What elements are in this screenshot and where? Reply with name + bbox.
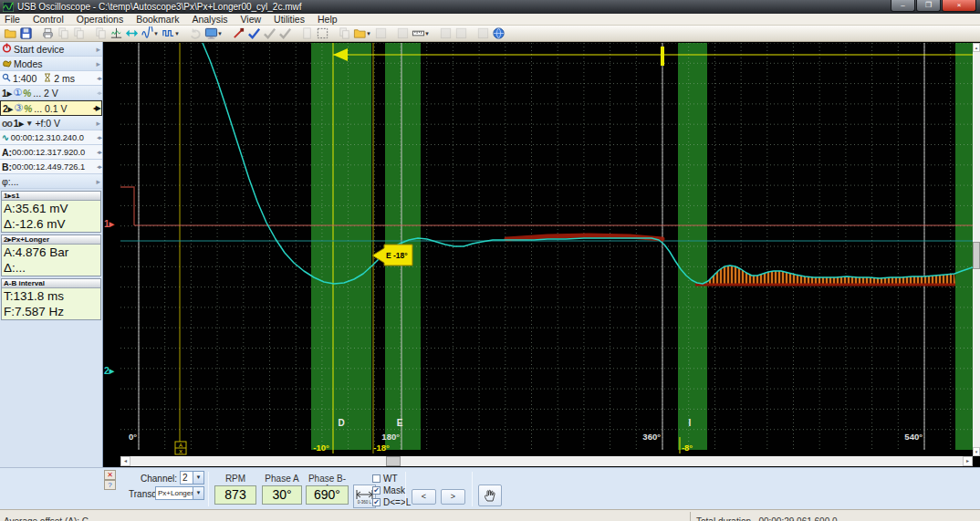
measure-grid-icon[interactable] — [109, 26, 124, 41]
smooth-signal-dropdown-icon[interactable]: ▼ — [153, 31, 160, 36]
scroll-thumb[interactable] — [973, 242, 980, 269]
open-file-icon[interactable] — [3, 26, 18, 41]
spinner-arrows-icon[interactable]: ◂▸ — [97, 75, 101, 82]
measure-value: Δ:... — [2, 260, 100, 276]
paste-record-icon — [71, 26, 87, 41]
spinner-arrows-icon[interactable]: ◂▶ — [93, 104, 100, 112]
export-record-icon — [93, 26, 109, 41]
script-folder-dropdown-icon[interactable]: ▼ — [366, 31, 372, 36]
timebase-value: 2 ms — [54, 73, 75, 84]
title-bar[interactable]: USB Oscilloscope - C:\temp\Autoscope3\Px… — [0, 0, 980, 14]
scale-presets-dropdown-icon[interactable]: ▼ — [424, 31, 431, 36]
measure-panel-s1: 1▸s1 A:35.61 mV Δ:-12.6 mV — [1, 191, 101, 233]
probe-tool-icon[interactable] — [231, 26, 246, 41]
chevron-down-icon[interactable]: ▼ — [193, 486, 204, 500]
ch1-number: 1▸ — [2, 88, 12, 99]
display-mode-dropdown-icon[interactable]: ▼ — [217, 31, 224, 36]
sidebar-modes[interactable]: Modes ▸ — [0, 57, 102, 71]
transducer-select[interactable]: Px+Longer ▼ — [155, 486, 204, 500]
print-icon[interactable] — [40, 26, 56, 41]
zoom-value: 1:400 — [13, 73, 36, 84]
spinner-arrows-icon[interactable]: ◂▸ — [97, 89, 101, 97]
prev-cycle-button[interactable]: < — [412, 489, 436, 505]
menu-operations[interactable]: Operations — [77, 14, 123, 25]
checkbox-icon[interactable] — [372, 474, 381, 483]
transducer-value: Px+Longer — [155, 486, 193, 500]
spinner-arrows-icon[interactable]: ◂▸ — [97, 149, 101, 156]
spinner-arrows-icon[interactable]: ◂▸ — [97, 134, 101, 141]
checkbox-icon[interactable]: ✔ — [372, 486, 381, 495]
channel-label: Channel: — [126, 474, 177, 484]
degree-label: 180° — [381, 432, 400, 442]
scroll-right-icon[interactable]: ▸ — [963, 456, 973, 466]
save-file-icon[interactable] — [18, 26, 34, 41]
scroll-thumb[interactable] — [386, 456, 401, 466]
check-tertiary-icon — [277, 26, 293, 41]
horizontal-scrollbar[interactable]: ◂ ▸ — [120, 456, 973, 466]
angle-label: -18° — [373, 443, 390, 453]
sidebar-phi[interactable]: φ:... ▸ — [0, 174, 102, 189]
chevron-right-icon: ▸ — [96, 59, 100, 68]
scroll-left-icon[interactable]: ◂ — [120, 456, 130, 466]
close-panel-icon[interactable]: ✕ — [104, 470, 116, 480]
toolbar: ▼▼▼▼▼ — [0, 26, 980, 42]
scroll-up-icon[interactable]: ▴ — [973, 43, 980, 52]
accept-check-icon[interactable] — [246, 26, 262, 41]
ch1-zero-marker[interactable]: 1▸ — [104, 218, 114, 229]
start-device-label: Start device — [14, 44, 64, 55]
chevron-right-icon: ▸ — [96, 45, 100, 54]
channel-select[interactable]: 2 ▼ — [180, 471, 204, 485]
modes-icon — [2, 57, 12, 69]
checkbox-label: WT — [383, 474, 398, 484]
help-panel-icon[interactable]: ? — [104, 480, 116, 490]
maximize-button[interactable]: ❐ — [916, 0, 941, 12]
measure-value: Δ:-12.6 mV — [2, 216, 100, 232]
close-button[interactable]: × — [942, 0, 976, 12]
bookmark-x-label: X — [179, 449, 182, 454]
sidebar-trigger[interactable]: oo 1▸ ▼ +f:0 V ▸ — [0, 116, 102, 130]
sidebar-cursor-a[interactable]: A: 00:00:12.317.920.0 ◂▸ — [0, 145, 102, 160]
binoculars-icon: oo — [2, 118, 12, 129]
menu-view[interactable]: View — [241, 14, 262, 25]
scope-plot-svg[interactable]: 0°180°360°540°DEI-10°-18°-8°E -18°AX — [120, 43, 973, 455]
measure-value: A:35.61 mV — [2, 201, 100, 216]
chevron-right-icon: ▸ — [96, 177, 100, 186]
vertical-scrollbar[interactable]: ▴ ▾ — [973, 43, 980, 456]
minimize-button[interactable]: – — [891, 0, 915, 12]
menu-control[interactable]: Control — [33, 14, 64, 25]
sidebar-channel-2[interactable]: 2▸ ③ % ... 0.1 V ◂▶ — [0, 100, 102, 116]
scroll-track[interactable] — [130, 456, 963, 466]
menu-help[interactable]: Help — [318, 14, 338, 25]
ruler-tick — [661, 47, 664, 66]
sidebar-cursor-time[interactable]: ∿ 00:00:12.310.240.0 ◂▸ — [0, 130, 102, 145]
angle-label: -10° — [313, 443, 329, 453]
menu-analysis[interactable]: Analysis — [192, 14, 227, 25]
copy-record-icon — [56, 26, 71, 41]
pan-hand-button[interactable] — [478, 485, 502, 506]
menu-file[interactable]: File — [5, 14, 20, 25]
select-region-icon[interactable] — [315, 26, 330, 41]
filter-signal-dropdown-icon[interactable]: ▼ — [174, 31, 181, 36]
sidebar-channel-1[interactable]: 1▸ ① % ... 2 V ◂▸ — [0, 86, 102, 100]
pan-signal-icon[interactable] — [124, 26, 140, 41]
event-callout-label: E -18° — [386, 251, 408, 260]
menu-utilities[interactable]: Utilities — [274, 14, 305, 25]
help-icon[interactable] — [491, 26, 506, 41]
bookmark-a-label: A — [179, 443, 182, 448]
chevron-down-icon[interactable]: ▼ — [193, 471, 204, 485]
ch2-zero-marker[interactable]: 2▸ — [104, 365, 114, 376]
sidebar-zoom-row[interactable]: 1:400 2 ms ◂▸ — [0, 71, 102, 86]
scroll-down-icon[interactable]: ▾ — [973, 447, 980, 456]
next-cycle-button[interactable]: > — [441, 489, 465, 505]
menu-bookmark[interactable]: Bookmark — [136, 14, 179, 25]
sidebar-start-device[interactable]: Start device ▸ — [0, 42, 102, 57]
range-button-label: 0-360 L — [358, 500, 371, 505]
sidebar-cursor-b[interactable]: B: 00:00:12.449.726.1 ◂▸ — [0, 160, 102, 174]
trigger-channel: 1▸ — [14, 118, 24, 129]
app-window: USB Oscilloscope - C:\temp\Autoscope3\Px… — [0, 0, 980, 521]
spinner-arrows-icon[interactable]: ◂▸ — [97, 163, 101, 171]
hand-icon — [483, 488, 497, 503]
checkbox-icon[interactable]: ✔ — [372, 498, 381, 506]
app-icon — [3, 2, 14, 12]
measure-panel-ab: A-B interval T:131.8 ms F:7.587 Hz — [1, 278, 101, 320]
